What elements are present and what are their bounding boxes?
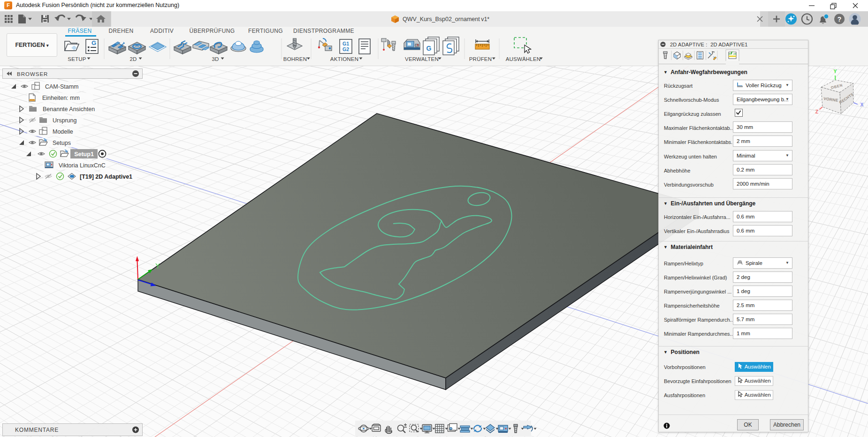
svg-text:Y: Y (833, 68, 837, 74)
svg-text:QWV_Kurs_Bsp02_ornament v1*: QWV_Kurs_Bsp02_ornament v1* (403, 16, 489, 23)
svg-text:KOMMENTARE: KOMMENTARE (15, 427, 59, 433)
svg-text:FERTIGUNG: FERTIGUNG (248, 28, 283, 34)
svg-text:2D: 2D (129, 56, 137, 62)
svg-text:ÜBERPRÜFUNG: ÜBERPRÜFUNG (189, 28, 235, 34)
svg-text:AKTIONEN: AKTIONEN (330, 56, 358, 62)
svg-text:X: X (860, 102, 863, 107)
svg-text:Z: Z (815, 109, 819, 114)
svg-text:G2: G2 (343, 46, 349, 52)
svg-text:G: G (426, 45, 432, 52)
svg-text:G: G (91, 39, 96, 46)
svg-text:PRÜFEN: PRÜFEN (469, 56, 492, 62)
svg-text:AUSWÄHLEN: AUSWÄHLEN (506, 56, 541, 62)
svg-text:SETUP: SETUP (68, 56, 86, 62)
svg-text:G1: G1 (343, 41, 349, 46)
svg-text:DREHEN: DREHEN (108, 28, 133, 34)
svg-text:DIENSTPROGRAMME: DIENSTPROGRAMME (293, 28, 354, 34)
svg-text:BOHREN: BOHREN (283, 56, 307, 62)
svg-text:FRÄSEN: FRÄSEN (68, 28, 91, 34)
svg-text:?: ? (838, 15, 842, 23)
svg-text:VERWALTEN: VERWALTEN (405, 56, 439, 62)
svg-text:3D: 3D (212, 56, 219, 62)
svg-text:ADDITIV: ADDITIV (150, 28, 174, 34)
svg-text:BROWSER: BROWSER (17, 71, 48, 77)
